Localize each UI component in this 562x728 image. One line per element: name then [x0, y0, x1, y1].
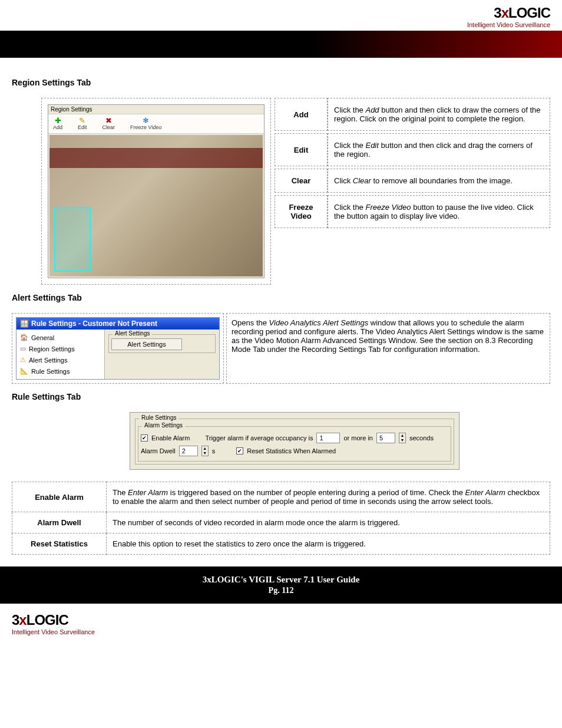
enable-alarm-row-desc: The Enter Alarm is triggered based on th…: [107, 482, 550, 512]
rule-settings-heading: Rule Settings Tab: [12, 392, 550, 401]
trigger-text: Trigger alarm if average occupancy is: [205, 434, 313, 442]
reset-stats-row-head: Reset Statistics: [12, 533, 107, 555]
logo-x: x: [501, 5, 508, 21]
occupancy-input[interactable]: 1: [316, 433, 340, 443]
window-icon: 🪟: [20, 319, 29, 328]
reset-stats-checkbox[interactable]: ✔: [236, 447, 243, 454]
freeze-video-button[interactable]: ❄Freeze Video: [130, 117, 161, 131]
brand-logo-bottom: 3xLOGIC Intelligent Video Surveillance: [12, 612, 550, 635]
row-edit-head: Edit: [275, 133, 328, 166]
dwell-input[interactable]: 2: [179, 446, 198, 456]
row-add-head: Add: [275, 98, 328, 131]
alarm-dwell-label: Alarm Dwell: [141, 447, 176, 454]
region-icon: ▭: [20, 345, 26, 353]
row-edit-desc: Click the Edit button and then click and…: [328, 133, 550, 166]
row-clear-desc: Click Clear to remove all boundaries fro…: [328, 169, 550, 193]
home-icon: 🏠: [20, 334, 28, 341]
rule-descriptions-table: Enable Alarm The Enter Alarm is triggere…: [12, 482, 550, 555]
region-buttons-table: Add Click the Add button and then click …: [275, 98, 550, 228]
nav-general[interactable]: 🏠General: [16, 332, 104, 343]
reset-stats-row-desc: Enable this option to reset the statisti…: [107, 533, 550, 555]
edit-button[interactable]: ✎Edit: [78, 117, 87, 131]
region-settings-panel: Region Settings ✚Add ✎Edit ✖Clear ❄Freez…: [48, 104, 265, 278]
alert-settings-button[interactable]: Alert Settings: [111, 338, 182, 350]
enable-alarm-checkbox[interactable]: ✔: [141, 434, 148, 442]
rule-icon: 📐: [20, 367, 28, 375]
row-add-desc: Click the Add button and then click to d…: [328, 98, 550, 131]
region-settings-screenshot-cell: Region Settings ✚Add ✎Edit ✖Clear ❄Freez…: [41, 98, 271, 285]
nav-rule-settings[interactable]: 📐Rule Settings: [16, 365, 104, 377]
clear-button[interactable]: ✖Clear: [103, 117, 115, 131]
footer-page: Pg. 112: [0, 586, 562, 595]
region-settings-heading: Region Settings Tab: [12, 78, 550, 87]
nav-alert-settings[interactable]: ⚠Alert Settings: [16, 354, 104, 365]
dwell-spinner[interactable]: ▲▼: [201, 446, 209, 456]
reset-stats-label: Reset Statistics When Alarmed: [247, 447, 336, 454]
page-footer: 3xLOGIC's VIGIL Server 7.1 User Guide Pg…: [0, 566, 562, 604]
logo-tagline: Intelligent Video Surveillance: [467, 21, 550, 28]
seconds-spinner[interactable]: ▲▼: [399, 433, 406, 443]
alert-settings-heading: Alert Settings Tab: [12, 293, 550, 302]
alarm-dwell-row-desc: The number of seconds of video recorded …: [107, 512, 550, 533]
nav-region-settings[interactable]: ▭Region Settings: [16, 343, 104, 354]
rule-settings-window: 🪟 Rule Settings - Customer Not Present 🏠…: [16, 317, 220, 380]
logo-rest: LOGIC: [508, 5, 550, 21]
header-banner: [0, 31, 562, 58]
video-preview: [49, 135, 263, 276]
alert-settings-fieldset: Alert Settings Alert Settings: [108, 334, 216, 353]
alert-icon: ⚠: [20, 356, 26, 364]
drawn-region: [54, 207, 91, 272]
alarm-dwell-row-head: Alarm Dwell: [12, 512, 107, 533]
footer-title: 3xLOGIC's VIGIL Server 7.1 User Guide: [203, 575, 360, 584]
seconds-input[interactable]: 5: [376, 433, 395, 443]
add-button[interactable]: ✚Add: [53, 117, 62, 131]
alert-settings-screenshot-cell: 🪟 Rule Settings - Customer Not Present 🏠…: [12, 313, 224, 384]
row-freeze-head: Freeze Video: [275, 195, 328, 228]
brand-logo-top: 3xLOGIC Intelligent Video Surveillance: [467, 5, 550, 28]
enable-alarm-label: Enable Alarm: [151, 434, 190, 442]
region-settings-panel-title: Region Settings: [48, 105, 264, 114]
window-titlebar: 🪟 Rule Settings - Customer Not Present: [16, 318, 219, 330]
logo-3: 3: [494, 5, 501, 21]
row-clear-head: Clear: [275, 169, 328, 193]
alert-settings-description: Opens the Video Analytics Alert Settings…: [226, 313, 550, 384]
settings-nav: 🏠General ▭Region Settings ⚠Alert Setting…: [16, 330, 105, 379]
rule-settings-screenshot: Rule Settings Alarm Settings ✔ Enable Al…: [130, 412, 459, 470]
enable-alarm-row-head: Enable Alarm: [12, 482, 107, 512]
row-freeze-desc: Click the Freeze Video button to pause t…: [328, 195, 550, 228]
